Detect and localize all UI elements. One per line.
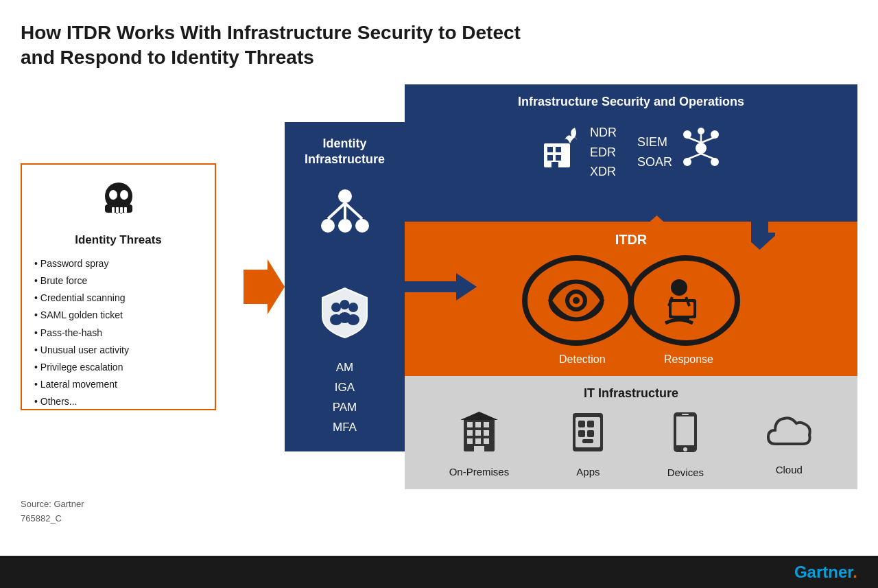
svg-line-18 (345, 203, 362, 219)
svg-point-23 (348, 303, 358, 312)
tool-group-right: SIEM SOAR (637, 128, 722, 176)
threat-item: Pass-the-hash (34, 325, 202, 342)
up-arrow (648, 215, 672, 256)
svg-rect-62 (467, 430, 473, 436)
svg-rect-65 (467, 438, 473, 444)
cloud-label: Cloud (776, 464, 803, 475)
apps-label: Apps (576, 466, 600, 478)
svg-point-14 (338, 189, 352, 203)
svg-rect-33 (551, 162, 558, 167)
svg-point-20 (338, 219, 352, 233)
page-title: How ITDR Works With Infrastructure Secur… (21, 21, 857, 71)
svg-marker-13 (244, 259, 285, 314)
identity-threats-box: Identity Threats Password spray Brute fo… (21, 163, 216, 410)
itdr-title: ITDR (615, 232, 648, 248)
svg-marker-69 (460, 412, 498, 420)
identity-infra-panel: Identity Infrastructure (285, 122, 405, 451)
source-text: Source: Gartner 765882_C (21, 497, 857, 526)
cloud-icon (765, 413, 813, 458)
svg-rect-11 (120, 207, 123, 213)
infinity-symbol-wrap: Detection Response (518, 255, 744, 366)
shield-people-icon (319, 285, 370, 348)
svg-point-26 (339, 312, 351, 323)
svg-point-16 (355, 219, 369, 233)
detection-label: Detection (559, 353, 606, 366)
apps-item: Apps (570, 412, 606, 478)
on-premises-label: On-Premises (449, 466, 510, 478)
svg-rect-9 (112, 207, 115, 213)
devices-item: Devices (667, 411, 704, 478)
left-part: Identity Threats Password spray Brute fo… (21, 84, 405, 489)
gartner-logo: Gartner. (794, 563, 857, 582)
orange-arrow-svg (244, 256, 285, 318)
source-line1: Source: Gartner (21, 497, 857, 512)
skull-icon (34, 178, 202, 228)
svg-rect-60 (475, 422, 481, 427)
svg-point-39 (698, 128, 704, 134)
svg-rect-67 (484, 438, 489, 444)
svg-rect-63 (475, 430, 481, 436)
main-content: How ITDR Works With Infrastructure Secur… (0, 0, 878, 556)
threats-title: Identity Threats (34, 233, 202, 247)
it-infra-title: IT Infrastructure (584, 386, 678, 401)
svg-rect-29 (547, 147, 553, 152)
infinity-labels: Detection Response (518, 353, 744, 366)
right-section: Infrastructure Security and Operations (405, 84, 857, 489)
ndr-edr-labels: NDR EDR XDR (590, 123, 617, 182)
source-line2: 765882_C (21, 512, 857, 526)
building-icon (460, 412, 498, 460)
svg-line-43 (701, 154, 715, 159)
gartner-logo-text: Gartner (794, 563, 853, 581)
svg-marker-27 (401, 273, 477, 301)
am-iga-labels: AM IGA PAM MFA (333, 358, 357, 438)
svg-rect-54 (672, 302, 693, 316)
infra-security-panel: Infrastructure Security and Operations (405, 84, 857, 222)
orange-arrow-connector (244, 256, 285, 318)
svg-point-2 (120, 190, 128, 200)
response-label: Response (664, 353, 713, 366)
threat-item: SAML golden ticket (34, 307, 202, 324)
svg-rect-75 (587, 430, 594, 437)
svg-rect-10 (116, 207, 119, 213)
down-arrow (751, 212, 775, 252)
svg-rect-32 (556, 155, 561, 161)
title-line1: How ITDR Works With Infrastructure Secur… (21, 22, 521, 43)
title-line2: and Respond to Identity Threats (21, 47, 314, 68)
svg-point-34 (696, 143, 707, 154)
svg-rect-72 (578, 421, 585, 427)
threat-item: Brute force (34, 272, 202, 290)
threat-item: Others... (34, 393, 202, 410)
svg-line-41 (701, 137, 715, 143)
tool-group-left: NDR EDR XDR (541, 123, 617, 182)
svg-rect-30 (556, 147, 561, 152)
svg-rect-31 (547, 155, 553, 161)
cloud-item: Cloud (765, 413, 813, 475)
apps-icon (570, 412, 606, 460)
threat-item: Privilege escalation (34, 359, 202, 376)
it-infra-section: IT Infrastructure (405, 376, 857, 489)
svg-rect-59 (467, 422, 473, 427)
security-tools: NDR EDR XDR SIEM SOAR (418, 123, 844, 182)
svg-marker-45 (751, 212, 775, 250)
svg-point-25 (340, 300, 350, 309)
blue-arrow-svg (401, 273, 477, 301)
svg-rect-68 (474, 446, 484, 451)
blue-horizontal-arrow (401, 273, 477, 303)
threat-item: Credential scanning (34, 290, 202, 307)
threat-item: Lateral movement (34, 376, 202, 393)
svg-rect-74 (578, 430, 585, 437)
devices-icon (672, 411, 698, 461)
network-hub-icon (680, 128, 722, 176)
svg-rect-80 (682, 414, 689, 415)
infra-security-title: Infrastructure Security and Operations (418, 95, 844, 109)
infra-icons-row: On-Premises (418, 411, 844, 478)
svg-point-51 (573, 297, 580, 304)
down-arrow-svg (751, 212, 775, 250)
svg-point-79 (683, 447, 687, 451)
fire-building-icon (541, 126, 582, 178)
svg-rect-66 (475, 438, 481, 444)
svg-rect-64 (484, 430, 489, 436)
svg-rect-61 (484, 422, 489, 427)
identity-infra-title: Identity Infrastructure (295, 136, 394, 168)
svg-point-21 (331, 303, 341, 312)
